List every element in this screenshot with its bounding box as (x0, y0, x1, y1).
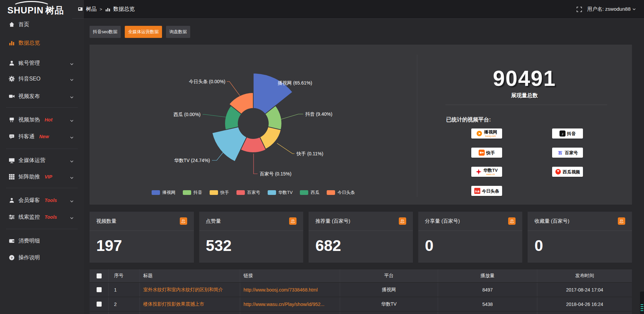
chevron-down-icon (70, 61, 74, 67)
table-header-row: 序号标题链接平台播放量发布时间 (90, 269, 632, 282)
table-row: 2楼体投影灯投影效果震撼上市http://www.wasu.cn/Play/sh… (90, 297, 632, 311)
legend-marker (300, 190, 308, 195)
col-header-platform: 平台 (384, 273, 394, 279)
pie-label-line (254, 154, 258, 174)
sidebar-item-badge: VIP (45, 174, 52, 179)
legend-item[interactable]: 华数TV (268, 190, 293, 196)
legend-label: 播视网 (162, 190, 175, 196)
stat-card-title: 推荐量 (百家号) (315, 218, 350, 224)
stat-card-title: 视频数量 (96, 218, 116, 224)
cell-link[interactable]: http://www.boosj.com/7338468.html (240, 287, 318, 293)
cell-link[interactable]: http://www.wasu.cn/Play/show/id/952... (240, 302, 324, 307)
sidebar-item-account-manage[interactable]: 账号管理 (0, 57, 84, 69)
legend-marker (268, 190, 276, 195)
tab-douyin-seo-data[interactable]: 抖音seo数据 (90, 26, 121, 38)
breadcrumb-root[interactable]: 树品 (86, 6, 97, 13)
stat-card-like-count: 点赞量总532 (199, 212, 304, 263)
sidebar-item-help-guide[interactable]: ?操作说明 (0, 252, 84, 263)
pie-label: 播视网 (65.61%) (277, 80, 312, 86)
rose-pie-chart: 播视网 (65.61%)抖音 (9.40%)快手 (0.11%)百家号 (0.1… (90, 45, 417, 205)
sidebar-item-label: 抖客通 (18, 133, 35, 140)
sidebar-item-data-overview[interactable]: 数据总览 (0, 37, 84, 49)
boosj-logo (476, 130, 482, 137)
stat-card-header: 点赞量总 (199, 212, 304, 231)
sidebar-item-douyin-seo[interactable]: 抖音SEO (0, 73, 84, 85)
legend-item[interactable]: 快手 (210, 190, 229, 196)
xigua-logo (555, 169, 561, 175)
sidebar-item-clue-monitor[interactable]: 线索监控Tools (0, 211, 84, 223)
legend-item[interactable]: 今日头条 (327, 190, 355, 196)
platform-chip-name: 西瓜视频 (563, 170, 580, 174)
pie-label-line (203, 114, 226, 117)
legend-label: 今日头条 (337, 190, 355, 196)
svg-text:百: 百 (558, 151, 562, 155)
side-float-widget[interactable] (640, 292, 644, 314)
app-icon (78, 7, 83, 12)
col-header-link: 链接 (240, 273, 253, 279)
select-all-checkbox[interactable] (97, 273, 102, 278)
cell-plays: 8497 (482, 287, 493, 293)
breadcrumb-separator: > (100, 7, 102, 12)
question-icon: ? (8, 254, 15, 261)
sidebar-item-label: 会员爆客 (18, 197, 40, 204)
stat-card-header: 收藏量 (百家号)总 (528, 212, 632, 231)
total-badge: 总 (289, 217, 297, 225)
sidebar-divider (6, 149, 78, 149)
fullscreen-icon[interactable] (577, 7, 582, 12)
summary-divider (445, 105, 607, 105)
pie-slice[interactable] (212, 127, 247, 162)
col-header-index: 序号 (109, 273, 123, 279)
cell-plays: 5438 (482, 302, 493, 307)
stat-card-share-count: 分享量 (百家号)总0 (418, 212, 523, 263)
tab-media-operation-data[interactable]: 全媒体运营数据 (125, 26, 162, 38)
chart-legend: 播视网抖音快手百家号华数TV西瓜今日头条 (90, 190, 417, 196)
tab-inquiry-data[interactable]: 询盘数据 (166, 26, 190, 38)
platform-chip-name: 抖音 (567, 132, 576, 136)
platform-chip-name: 百家号 (565, 151, 578, 155)
platform-chip-name: 快手 (486, 151, 495, 155)
cell-platform: 华数TV (381, 301, 397, 307)
sidebar-item-label: 视频加热 (18, 116, 40, 123)
chevron-down-icon (70, 199, 74, 205)
sidebar-item-douketong[interactable]: 抖客通New (0, 131, 84, 142)
legend-item[interactable]: 百家号 (236, 190, 260, 196)
legend-marker (152, 190, 160, 195)
stat-card-value: 0 (425, 237, 434, 255)
sidebar-item-label: 账号管理 (18, 60, 40, 67)
sliders-icon (8, 214, 15, 220)
pie-label: 百家号 (0.15%) (260, 171, 291, 176)
username-label: 用户名: zswodun88 (587, 6, 631, 12)
sidebar-item-label: 数据总览 (18, 40, 40, 47)
widget-stripe (641, 308, 643, 309)
sidebar-item-label: 首页 (18, 21, 29, 28)
bar-chart-icon (105, 7, 110, 12)
row-checkbox[interactable] (97, 287, 102, 292)
chevron-down-icon (70, 77, 74, 83)
stat-card-value: 0 (534, 237, 543, 255)
sidebar-item-media-operation[interactable]: 全媒体运营 (0, 155, 84, 166)
sidebar-item-badge: New (39, 134, 49, 139)
legend-item[interactable]: 抖音 (183, 190, 202, 196)
sidebar-item-badge: Tools (45, 214, 57, 220)
logo[interactable]: SHUPIN树品 (0, 0, 84, 19)
sidebar-item-video-publish[interactable]: 视频发布 (0, 91, 84, 102)
legend-item[interactable]: 播视网 (152, 190, 175, 196)
legend-label: 快手 (220, 190, 229, 196)
sidebar-item-matrix-boost[interactable]: 矩阵助推VIP (0, 171, 84, 182)
cell-index: 2 (109, 302, 117, 307)
chevron-down-icon (632, 7, 636, 11)
sidebar-item-home[interactable]: 首页 (0, 19, 84, 30)
row-checkbox[interactable] (97, 302, 102, 307)
platform-chip-name: 播视网 (484, 130, 497, 134)
sidebar-item-video-heat[interactable]: 视频加热Hot (0, 114, 84, 125)
legend-item[interactable]: 西瓜 (300, 190, 319, 196)
user-menu[interactable]: 用户名: zswodun88 (587, 6, 636, 12)
platform-chip-name: 今日头条 (482, 189, 499, 193)
logo-text: SHUPIN树品 (7, 4, 64, 16)
svg-text:?: ? (11, 256, 13, 260)
sidebar-item-expense-detail[interactable]: 消费明细 (0, 235, 84, 247)
videos-table: 序号标题链接平台播放量发布时间1室外水纹灯和室内水纹灯的区别和简介http://… (90, 269, 632, 314)
sidebar-item-member-burst[interactable]: 会员爆客Tools (0, 195, 84, 206)
stat-card-favorite-count: 收藏量 (百家号)总0 (528, 212, 632, 263)
total-badge: 总 (618, 217, 625, 225)
